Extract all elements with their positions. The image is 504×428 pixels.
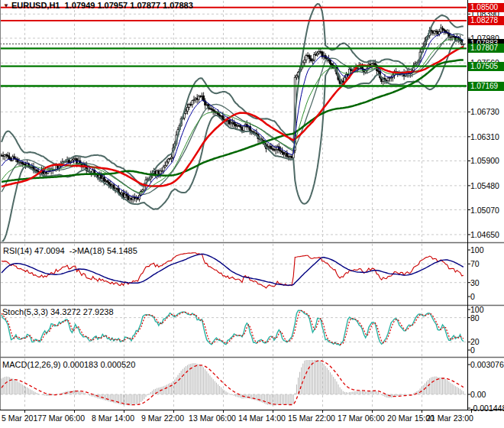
trading-chart-window: ▼EURUSD,H1 1.07949 1.07957 1.07877 1.078…: [0, 0, 504, 428]
x-axis-label: 8 Mar 14:00: [89, 413, 137, 423]
x-axis-label: 5 Mar 2017: [2, 413, 42, 423]
stoch-axis-tick: 0: [470, 345, 475, 355]
support-price-badge[interactable]: 1.07505: [468, 62, 504, 71]
bollinger-middle: [2, 34, 464, 194]
chart-title-bar: ▼EURUSD,H1 1.07949 1.07957 1.07877 1.078…: [3, 1, 193, 10]
price-axis-tick: 1.04650: [470, 230, 499, 239]
x-axis-label: 7 Mar 06:00: [39, 413, 88, 423]
resistance-price-badge[interactable]: 1.08278: [468, 16, 504, 25]
x-axis-label: 14 Mar 14:00: [237, 413, 286, 423]
x-axis-label: 21 Mar 23:00: [425, 413, 474, 423]
x-axis-label: 17 Mar 06:00: [337, 413, 386, 423]
rsi-axis-tick: 0: [470, 292, 475, 301]
support-price-badge[interactable]: 1.07169: [468, 82, 504, 91]
rsi-label: RSI(14) 47.0094 ->MA(18) 54.1485: [3, 246, 137, 255]
stoch-axis-tick: 80: [470, 313, 480, 323]
rsi-ma-line: [2, 254, 464, 285]
price-axis-tick: 1.05480: [470, 181, 499, 190]
resistance-price-badge[interactable]: 1.08500: [468, 3, 504, 12]
macd-axis-tick: 0.00: [470, 390, 486, 399]
stoch-label: Stoch(5,3,3) 34.3272 27.9238: [2, 307, 114, 316]
symbol-arrow-icon: ▼: [3, 2, 9, 9]
support-price-badge[interactable]: 1.07807: [468, 44, 504, 53]
rsi-axis-tick: 30: [470, 278, 480, 287]
macd-label: MACD(12,26,9) 0.000183 0.000520: [2, 360, 135, 369]
price-axis-tick: 1.05070: [470, 206, 499, 215]
x-axis-label: 15 Mar 22:00: [287, 413, 336, 423]
rsi-axis-tick: 70: [470, 259, 480, 268]
x-axis-label: 9 Mar 22:00: [138, 413, 187, 423]
macd-axis-tick: 0.003076: [470, 360, 504, 369]
price-axis-tick: 1.06730: [470, 107, 499, 116]
symbol-ohlc-title: EURUSD,H1 1.07949 1.07957 1.07877 1.0788…: [11, 1, 193, 10]
macd-axis-tick: -0.001448: [470, 404, 504, 413]
price-axis-tick: 1.06310: [470, 132, 499, 141]
rsi-axis-tick: 100: [470, 245, 484, 255]
bollinger-upper: [2, 4, 464, 186]
x-axis-label: 13 Mar 06:00: [188, 413, 237, 423]
price-axis-tick: 1.05900: [470, 156, 499, 165]
